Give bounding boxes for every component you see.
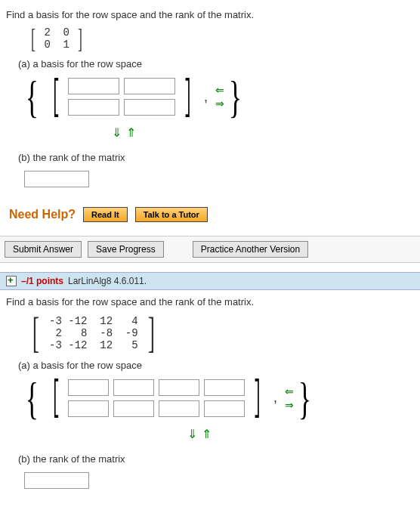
problem-header: –/1 points LarLinAlg8 4.6.011.: [0, 272, 420, 290]
bracket-right-icon: ]: [184, 79, 193, 116]
basis-input[interactable]: [68, 78, 119, 94]
practice-another-button[interactable]: Practice Another Version: [193, 241, 308, 258]
column-nav-arrows[interactable]: ⇓⇑: [112, 125, 414, 140]
q1-rank-input[interactable]: [24, 171, 89, 187]
basis-input[interactable]: [159, 400, 199, 417]
basis-input[interactable]: [113, 379, 154, 396]
basis-input[interactable]: [124, 99, 175, 116]
arrow-up-icon[interactable]: ⇑: [202, 428, 216, 440]
arrow-up-icon[interactable]: ⇑: [126, 126, 141, 139]
expand-icon[interactable]: [6, 276, 17, 286]
basis-input[interactable]: [204, 400, 245, 417]
matrix-row: 2 0: [38, 26, 76, 39]
matrix-row: -3 -12 12 5: [43, 339, 144, 351]
bracket-right-icon: ]: [78, 26, 82, 51]
matrix-row: -3 -12 12 4: [43, 315, 144, 327]
problem-reference: LarLinAlg8 4.6.011.: [68, 276, 147, 286]
q1-part-b-label: (b) the rank of the matrix: [18, 152, 414, 163]
q2-basis-inputs: { [ ] , ⇐ ⇒ }: [21, 375, 414, 421]
q2-part-b-label: (b) the rank of the matrix: [18, 453, 414, 465]
save-progress-button[interactable]: Save Progress: [88, 241, 164, 258]
matrix-row: 2 8 -8 -9: [43, 327, 144, 339]
basis-input[interactable]: [68, 400, 109, 417]
curly-left-icon: {: [26, 375, 39, 421]
basis-input[interactable]: [124, 78, 175, 94]
basis-input[interactable]: [204, 379, 245, 396]
arrow-down-icon[interactable]: ⇓: [187, 428, 202, 440]
basis-input[interactable]: [68, 379, 109, 396]
curly-left-icon: {: [26, 74, 39, 119]
q2-prompt: Find a basis for the row space and the r…: [6, 296, 414, 307]
input-stack: [68, 78, 175, 116]
bracket-left-icon: [: [31, 26, 36, 51]
arrow-right-icon[interactable]: ⇒: [215, 97, 224, 110]
comma: ,: [270, 390, 280, 406]
row-nav-arrows[interactable]: ⇐ ⇒: [215, 84, 224, 110]
curly-right-icon: }: [298, 375, 311, 421]
matrix-row: 0 1: [38, 39, 76, 51]
q1-matrix: [ 2 0 0 1 ]: [29, 26, 85, 51]
input-stack: [68, 379, 245, 417]
basis-input[interactable]: [68, 99, 119, 116]
arrow-left-icon[interactable]: ⇐: [285, 385, 294, 397]
q1-part-a-label: (a) a basis for the row space: [18, 58, 414, 70]
basis-input[interactable]: [113, 400, 154, 417]
q1-basis-inputs: { [ ] , ⇐ ⇒ }: [21, 74, 414, 119]
q1-prompt: Find a basis for the row space and the r…: [6, 9, 414, 20]
curly-right-icon: }: [229, 74, 242, 119]
q2-matrix: [ -3 -12 12 4 2 8 -8 -9 -3 -12 12 5 ]: [29, 314, 159, 351]
vector-group: [ ]: [43, 379, 270, 417]
arrow-down-icon[interactable]: ⇓: [112, 126, 126, 139]
matrix-grid: 2 0 0 1: [38, 26, 76, 51]
vector-group: [ ]: [43, 78, 201, 116]
bracket-right-icon: ]: [253, 380, 262, 416]
matrix-grid: -3 -12 12 4 2 8 -8 -9 -3 -12 12 5: [43, 315, 144, 351]
action-bar: Submit Answer Save Progress Practice Ano…: [0, 236, 420, 263]
column-nav-arrows[interactable]: ⇓⇑: [187, 427, 414, 441]
basis-input[interactable]: [159, 379, 199, 396]
need-help-bar: Need Help? Read It Talk to a Tutor: [9, 207, 414, 222]
points-label: –/1 points: [21, 276, 63, 286]
q2-part-a-label: (a) a basis for the row space: [18, 360, 414, 371]
need-help-label: Need Help?: [9, 208, 76, 221]
read-it-button[interactable]: Read It: [83, 207, 128, 222]
row-nav-arrows[interactable]: ⇐ ⇒: [285, 385, 294, 411]
q2-rank-input[interactable]: [24, 472, 89, 489]
submit-answer-button[interactable]: Submit Answer: [5, 241, 82, 258]
bracket-left-icon: [: [51, 79, 60, 116]
bracket-left-icon: [: [32, 314, 39, 351]
comma: ,: [201, 89, 211, 105]
bracket-right-icon: ]: [148, 314, 155, 351]
talk-tutor-button[interactable]: Talk to a Tutor: [135, 207, 208, 222]
bracket-left-icon: [: [51, 380, 60, 416]
arrow-left-icon[interactable]: ⇐: [215, 84, 224, 96]
arrow-right-icon[interactable]: ⇒: [285, 399, 294, 411]
